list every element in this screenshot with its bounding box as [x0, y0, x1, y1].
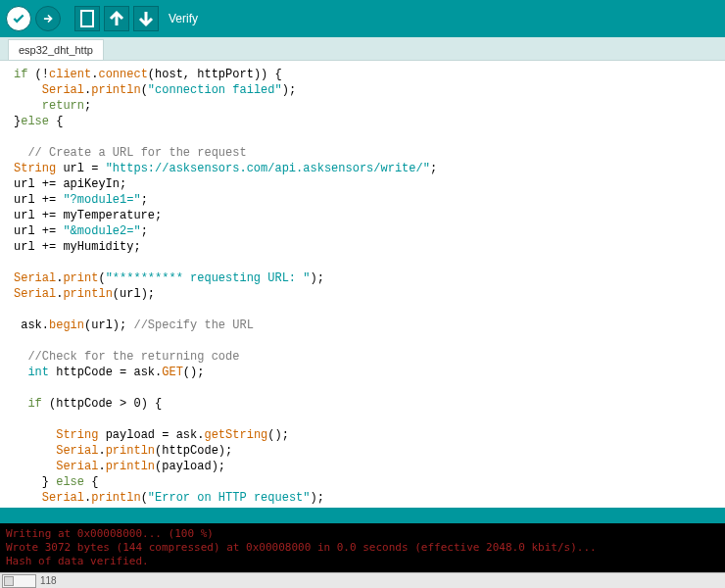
save-button[interactable] [133, 6, 159, 31]
console-line: Writing at 0x00008000... (100 %) [6, 527, 719, 541]
status-strip [0, 508, 725, 523]
new-button[interactable] [74, 6, 100, 31]
scroll-thumb[interactable] [4, 576, 14, 586]
down-arrow-icon [134, 7, 158, 30]
toolbar: Verify [0, 0, 725, 37]
open-button[interactable] [104, 6, 129, 31]
arrow-right-icon [41, 12, 55, 25]
output-console[interactable]: Writing at 0x00008000... (100 %) Wrote 3… [0, 523, 725, 572]
console-line: Wrote 3072 bytes (144 compressed) at 0x0… [6, 541, 719, 555]
h-scrollbar[interactable] [2, 574, 36, 588]
tab-sketch[interactable]: esp32_dht_http [8, 39, 104, 60]
code-editor[interactable]: if (!client.connect(host, httpPort)) { S… [0, 61, 725, 508]
kw: if [14, 68, 27, 81]
console-line: Hash of data verified. [6, 555, 719, 568]
svg-rect-0 [81, 11, 93, 26]
toolbar-status-label: Verify [169, 12, 198, 25]
file-icon [75, 7, 99, 30]
tab-bar: esp32_dht_http [0, 37, 725, 61]
bottom-bar: 118 [0, 572, 725, 588]
up-arrow-icon [105, 7, 128, 30]
check-icon [12, 12, 25, 25]
line-number: 118 [40, 575, 57, 586]
upload-button[interactable] [35, 6, 61, 31]
verify-button[interactable] [6, 6, 31, 31]
